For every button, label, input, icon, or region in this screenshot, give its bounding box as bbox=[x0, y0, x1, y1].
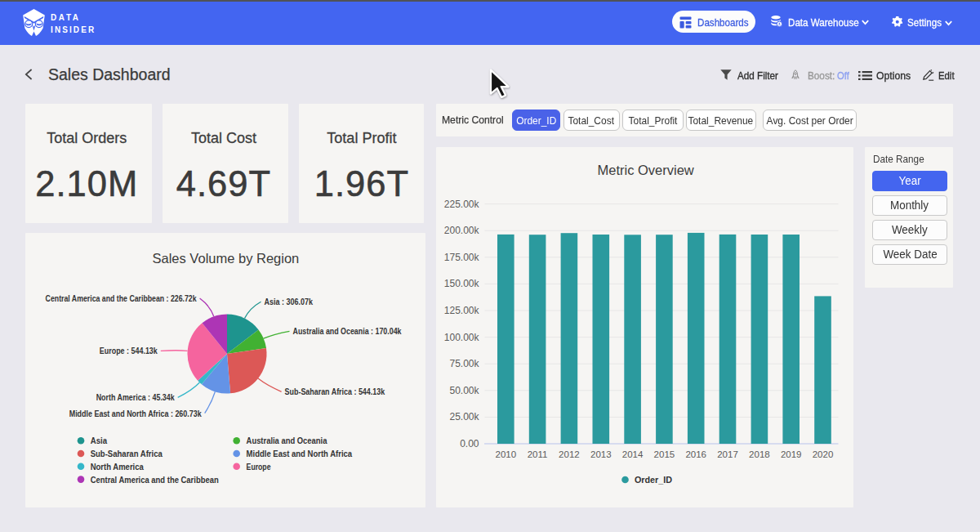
svg-text:75.00k: 75.00k bbox=[449, 358, 479, 369]
svg-text:Europe: Europe bbox=[247, 462, 271, 472]
svg-text:Asia: Asia bbox=[91, 436, 108, 445]
svg-text:2015: 2015 bbox=[653, 449, 675, 459]
svg-text:225.00k: 225.00k bbox=[443, 199, 479, 210]
svg-text:175.00k: 175.00k bbox=[443, 252, 479, 263]
svg-text:2010: 2010 bbox=[495, 449, 516, 459]
svg-text:Sub-Saharan Africa: Sub-Saharan Africa bbox=[91, 449, 163, 458]
svg-text:2017: 2017 bbox=[717, 449, 738, 459]
svg-text:2011: 2011 bbox=[527, 449, 547, 459]
svg-text:100.00k: 100.00k bbox=[443, 332, 479, 343]
svg-text:Order_ID: Order_ID bbox=[635, 475, 672, 485]
svg-text:2020: 2020 bbox=[812, 449, 833, 459]
svg-text:2012: 2012 bbox=[559, 449, 580, 459]
svg-text:125.00k: 125.00k bbox=[443, 305, 479, 316]
svg-text:0.00: 0.00 bbox=[460, 438, 479, 449]
svg-text:Middle East and North Africa: Middle East and North Africa bbox=[247, 449, 353, 458]
svg-text:Central America and the Caribb: Central America and the Caribbean bbox=[91, 475, 219, 485]
svg-text:Sub-Saharan Africa : 544.13k: Sub-Saharan Africa : 544.13k bbox=[285, 387, 385, 396]
svg-text:North America : 45.34k: North America : 45.34k bbox=[96, 392, 176, 402]
svg-text:2019: 2019 bbox=[780, 449, 801, 459]
svg-text:150.00k: 150.00k bbox=[443, 278, 479, 289]
svg-text:Europe : 544.13k: Europe : 544.13k bbox=[100, 346, 158, 355]
svg-text:Middle East and North Africa :: Middle East and North Africa : 260.73k bbox=[69, 409, 203, 418]
svg-text:North America: North America bbox=[91, 462, 145, 472]
svg-text:50.00k: 50.00k bbox=[449, 385, 479, 396]
svg-text:Australia and Oceania : 170.04: Australia and Oceania : 170.04k bbox=[293, 326, 403, 336]
svg-text:200.00k: 200.00k bbox=[443, 225, 479, 236]
svg-text:2013: 2013 bbox=[590, 449, 612, 459]
svg-text:Australia and Oceania: Australia and Oceania bbox=[247, 436, 327, 445]
svg-text:Asia : 306.07k: Asia : 306.07k bbox=[265, 297, 314, 306]
svg-text:2016: 2016 bbox=[685, 449, 706, 459]
svg-text:Central America and the Caribb: Central America and the Caribbean : 226.… bbox=[46, 293, 198, 303]
svg-text:25.00k: 25.00k bbox=[449, 411, 479, 422]
svg-text:2014: 2014 bbox=[621, 449, 643, 459]
svg-text:2018: 2018 bbox=[749, 449, 770, 459]
